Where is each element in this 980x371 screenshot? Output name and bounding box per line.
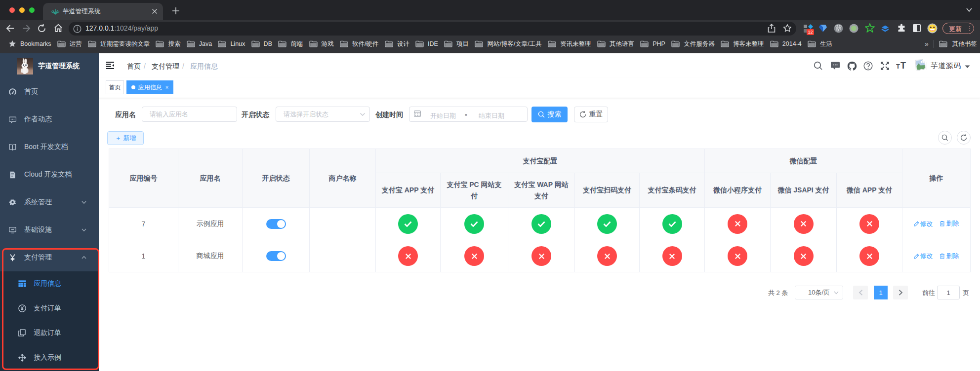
svg-text:T: T (896, 63, 900, 70)
svg-text:T: T (900, 61, 906, 70)
